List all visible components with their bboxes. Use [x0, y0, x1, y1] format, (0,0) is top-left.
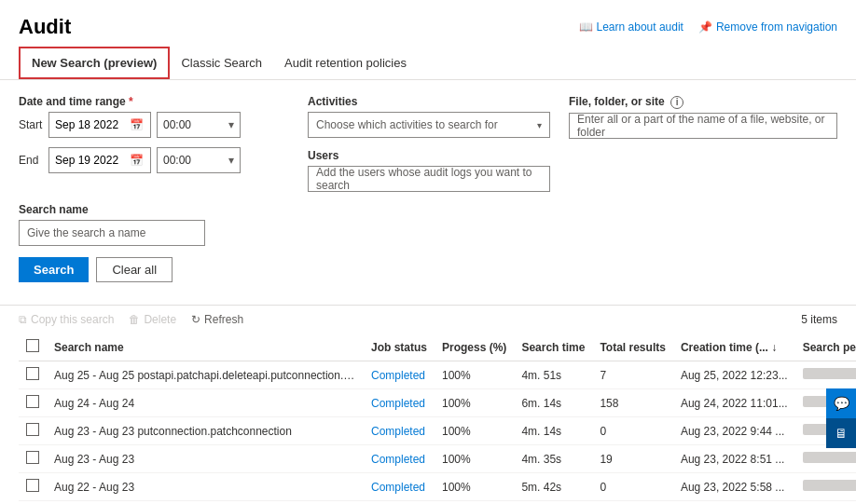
- row5-creation-time: Aug 23, 2022 5:58 ...: [673, 473, 795, 501]
- row3-search-name[interactable]: Aug 23 - Aug 23 putconnection.patchconne…: [47, 417, 364, 445]
- start-calendar-icon[interactable]: 📅: [130, 118, 144, 131]
- end-time-value: 00:00: [163, 154, 191, 167]
- row1-search-time: 4m. 51s: [514, 361, 592, 389]
- item-count: 5 items: [801, 313, 837, 326]
- row3-status[interactable]: Completed: [364, 417, 435, 445]
- audit-page: Audit 📖 Learn about audit 📌 Remove from …: [0, 0, 856, 504]
- remove-from-nav-link[interactable]: 📌 Remove from navigation: [698, 20, 837, 34]
- row3-search-time: 4m. 14s: [514, 417, 592, 445]
- col-performed-by: Search performed by: [795, 334, 856, 361]
- page-header: Audit 📖 Learn about audit 📌 Remove from …: [0, 0, 856, 47]
- search-button[interactable]: Search: [19, 257, 89, 282]
- col-progress: Progess (%): [435, 334, 514, 361]
- row2-checkbox[interactable]: [26, 395, 39, 408]
- table-header: Search name Job status Progess (%) Searc…: [19, 334, 856, 361]
- start-time-select[interactable]: 00:00 ▾: [157, 112, 241, 138]
- date-time-section: Date and time range * Start 📅 00:00 ▾ En…: [19, 95, 289, 179]
- form-top-row: Date and time range * Start 📅 00:00 ▾ En…: [19, 95, 837, 192]
- row2-creation-time: Aug 24, 2022 11:01...: [673, 389, 795, 417]
- row3-total-results: 0: [592, 417, 672, 445]
- file-input[interactable]: Enter all or a part of the name of a fil…: [569, 113, 837, 139]
- col-checkbox: [19, 334, 47, 361]
- row1-total-results: 7: [592, 361, 672, 389]
- row4-total-results: 19: [592, 445, 672, 473]
- col-job-status: Job status: [364, 334, 435, 361]
- row5-search-name[interactable]: Aug 22 - Aug 23: [47, 473, 364, 501]
- search-name-input[interactable]: Give the search a name: [19, 220, 205, 246]
- row5-total-results: 0: [592, 473, 672, 501]
- trash-icon: 🗑: [129, 313, 140, 326]
- row5-checkbox[interactable]: [26, 479, 39, 492]
- clear-all-button[interactable]: Clear all: [96, 257, 173, 282]
- start-date-row: Start 📅 00:00 ▾: [19, 112, 289, 138]
- activities-dropdown[interactable]: Choose which activities to search for ▾: [308, 112, 550, 138]
- row2-checkbox-cell: [19, 389, 47, 417]
- date-time-label: Date and time range *: [19, 95, 289, 108]
- row3-creation-time: Aug 23, 2022 9:44 ...: [673, 417, 795, 445]
- row4-status[interactable]: Completed: [364, 445, 435, 473]
- select-all-checkbox[interactable]: [26, 339, 39, 352]
- search-name-label: Search name: [19, 203, 837, 216]
- tab-retention-policies[interactable]: Audit retention policies: [273, 47, 418, 79]
- info-icon[interactable]: i: [670, 96, 683, 109]
- row4-search-name[interactable]: Aug 23 - Aug 23: [47, 445, 364, 473]
- book-icon: 📖: [579, 20, 593, 34]
- row4-search-time: 4m. 35s: [514, 445, 592, 473]
- end-date-input[interactable]: 📅: [48, 147, 151, 173]
- row1-checkbox-cell: [19, 361, 47, 389]
- tab-classic-search[interactable]: Classic Search: [170, 47, 273, 79]
- delete-button[interactable]: 🗑 Delete: [129, 313, 176, 326]
- toolbar-left: ⧉ Copy this search 🗑 Delete ↻ Refresh: [19, 313, 243, 326]
- table-row: Aug 24 - Aug 24 Completed 100% 6m. 14s 1…: [19, 389, 856, 417]
- start-label: Start: [19, 118, 43, 131]
- copy-search-button[interactable]: ⧉ Copy this search: [19, 313, 114, 326]
- col-search-time: Search time: [514, 334, 592, 361]
- row4-checkbox-cell: [19, 445, 47, 473]
- start-date-input[interactable]: 📅: [48, 112, 151, 138]
- end-date-row: End 📅 00:00 ▾: [19, 147, 289, 173]
- monitor-button[interactable]: 🖥: [826, 418, 856, 448]
- row3-checkbox[interactable]: [26, 423, 39, 436]
- table-header-row: Search name Job status Progess (%) Searc…: [19, 334, 856, 361]
- row4-checkbox[interactable]: [26, 451, 39, 464]
- table-row: Aug 23 - Aug 23 Completed 100% 4m. 35s 1…: [19, 445, 856, 473]
- refresh-button[interactable]: ↻ Refresh: [191, 313, 243, 326]
- end-date-field[interactable]: [55, 154, 126, 167]
- pin-icon: 📌: [698, 20, 712, 34]
- copy-icon: ⧉: [19, 313, 27, 326]
- tab-new-search[interactable]: New Search (preview): [19, 47, 170, 79]
- row5-checkbox-cell: [19, 473, 47, 501]
- activities-chevron-icon: ▾: [537, 120, 542, 130]
- row2-total-results: 158: [592, 389, 672, 417]
- activities-placeholder: Choose which activities to search for: [316, 118, 498, 131]
- learn-about-audit-link[interactable]: 📖 Learn about audit: [579, 20, 683, 34]
- row5-search-time: 5m. 42s: [514, 473, 592, 501]
- activities-label: Activities: [308, 95, 550, 108]
- chat-button[interactable]: 💬: [826, 388, 856, 418]
- row1-status[interactable]: Completed: [364, 361, 435, 389]
- row5-progress: 100%: [435, 473, 514, 501]
- file-label: File, folder, or site i: [569, 95, 837, 109]
- search-form: Date and time range * Start 📅 00:00 ▾ En…: [0, 80, 856, 297]
- table-row: Aug 25 - Aug 25 postapi.patchapi.deletea…: [19, 361, 856, 389]
- tab-bar: New Search (preview) Classic Search Audi…: [0, 47, 856, 80]
- row4-user-blurred: [803, 452, 856, 463]
- row1-checkbox[interactable]: [26, 367, 39, 380]
- form-buttons: Search Clear all: [19, 257, 837, 282]
- row1-search-name[interactable]: Aug 25 - Aug 25 postapi.patchapi.deletea…: [47, 361, 364, 389]
- users-input[interactable]: Add the users whose audit logs you want …: [308, 166, 550, 192]
- results-toolbar: ⧉ Copy this search 🗑 Delete ↻ Refresh 5 …: [0, 305, 856, 334]
- results-table-area: Search name Job status Progess (%) Searc…: [0, 334, 856, 501]
- row2-status[interactable]: Completed: [364, 389, 435, 417]
- floating-action-panel: 💬 🖥: [826, 388, 856, 448]
- end-time-select[interactable]: 00:00 ▾: [157, 147, 241, 173]
- start-date-field[interactable]: [55, 118, 126, 131]
- row2-search-name[interactable]: Aug 24 - Aug 24: [47, 389, 364, 417]
- start-time-value: 00:00: [163, 118, 191, 131]
- search-name-section: Search name Give the search a name: [19, 203, 837, 246]
- end-calendar-icon[interactable]: 📅: [130, 154, 144, 167]
- col-creation-time[interactable]: Creation time (... ↓: [673, 334, 795, 361]
- row5-status[interactable]: Completed: [364, 473, 435, 501]
- row3-progress: 100%: [435, 417, 514, 445]
- file-placeholder: Enter all or a part of the name of a fil…: [577, 113, 829, 139]
